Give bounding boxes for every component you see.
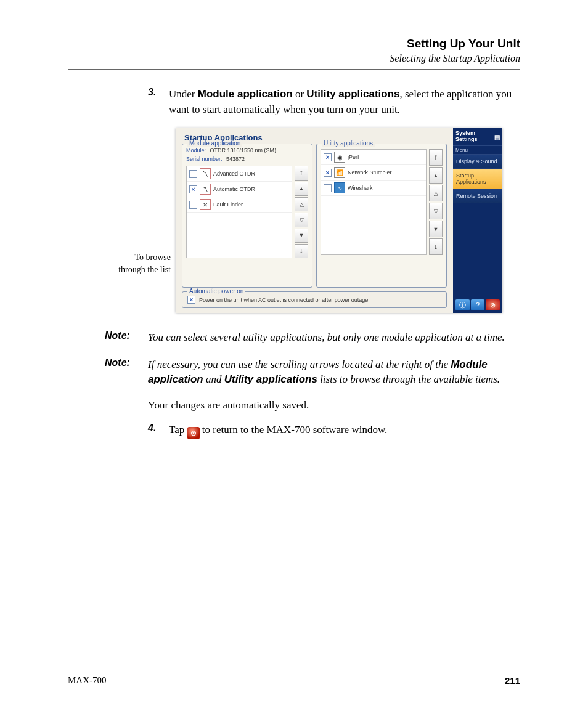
sidebar-item-remote-session[interactable]: Remote Session (453, 189, 502, 203)
auto-power-label: Power on the unit when AC outlet is conn… (199, 297, 368, 303)
checkbox[interactable]: × (189, 185, 197, 193)
sidebar-heading: System Settings (455, 131, 494, 143)
header-rule (68, 69, 520, 70)
footer-product: MAX-700 (68, 675, 107, 686)
automatic-power-on-panel: Automatic power on × Power on the unit w… (182, 291, 447, 308)
module-application-panel: Module application Module: OTDR 1310/155… (182, 144, 312, 288)
note-text: If necessary, you can use the scrolling … (148, 357, 520, 387)
scroll-top-button[interactable]: ⤒ (429, 149, 443, 166)
scroll-up-button[interactable]: △ (429, 185, 443, 201)
note-1: Note: You can select several utility app… (105, 330, 520, 345)
note-label: Note: (105, 357, 148, 387)
scroll-up-button[interactable]: △ (295, 197, 308, 211)
module-info: Module: OTDR 1310/1550 nm (SM) Serial nu… (186, 147, 308, 163)
checkbox[interactable]: × (324, 153, 332, 161)
step-3: 3. Under Module application or Utility a… (148, 87, 520, 117)
sidebar: System Settings ▤ Menu Display & Sound S… (453, 128, 502, 313)
scroll-bottom-button[interactable]: ⤓ (429, 238, 443, 255)
note-label: Note: (105, 330, 148, 345)
scroll-pageup-button[interactable]: ▲ (429, 167, 443, 184)
scroll-pagedown-button[interactable]: ▼ (295, 229, 308, 243)
step-text: Tap ⊗ to return to the MAX-700 software … (169, 423, 387, 440)
utility-applications-panel: Utility applications × ◉ jPerf × (316, 144, 447, 288)
checkbox[interactable] (189, 170, 197, 178)
sidebar-item-display-sound[interactable]: Display & Sound (453, 155, 502, 169)
scroll-down-button[interactable]: ▽ (295, 213, 308, 227)
checkbox[interactable]: × (187, 296, 195, 304)
wireshark-icon: ∿ (334, 182, 345, 193)
help-button[interactable]: ? (471, 299, 485, 310)
antenna-icon: 📶 (334, 167, 345, 178)
footer-page-number: 211 (505, 675, 520, 686)
otdr-icon: 〽 (200, 184, 211, 195)
auto-power-legend: Automatic power on (187, 288, 245, 294)
startup-applications-window: Startup Applications Module application … (176, 128, 502, 313)
jperf-icon: ◉ (334, 152, 345, 163)
scroll-bottom-button[interactable]: ⤓ (295, 244, 308, 258)
step-number: 4. (148, 423, 169, 440)
step-4: 4. Tap ⊗ to return to the MAX-700 softwa… (148, 423, 520, 440)
list-item[interactable]: × 📶 Network Stumbler (321, 165, 426, 181)
callout-text: To browse through the list (68, 128, 176, 313)
close-button[interactable]: ⊗ (486, 299, 500, 310)
device-icon: ▤ (494, 134, 500, 140)
autosave-note: Your changes are automatically saved. (148, 399, 520, 412)
scroll-pagedown-button[interactable]: ▼ (429, 221, 443, 237)
page-header-subtitle: Selecting the Startup Application (68, 53, 520, 64)
step-text: Under Module application or Utility appl… (169, 87, 520, 117)
scroll-top-button[interactable]: ⤒ (295, 166, 308, 180)
list-item[interactable]: ✕ Fault Finder (187, 197, 292, 213)
checkbox[interactable] (324, 184, 332, 192)
fault-icon: ✕ (200, 199, 211, 210)
page-header-title: Setting Up Your Unit (68, 37, 520, 51)
list-item[interactable]: × ◉ jPerf (321, 150, 426, 165)
sidebar-menu-label: Menu (453, 146, 502, 155)
close-icon: ⊗ (187, 427, 200, 439)
scroll-controls: ⤒ ▲ △ ▽ ▼ ⤓ (429, 149, 443, 255)
list-item[interactable]: 〽 Advanced OTDR (187, 166, 292, 182)
note-2: Note: If necessary, you can use the scro… (105, 357, 520, 387)
sidebar-item-startup-applications[interactable]: Startup Applications (453, 169, 502, 189)
step-number: 3. (148, 87, 169, 117)
note-text: You can select several utility applicati… (148, 330, 505, 345)
utility-panel-legend: Utility applications (322, 140, 375, 147)
scroll-controls: ⤒ ▲ △ ▽ ▼ ⤓ (295, 166, 308, 258)
module-app-list: 〽 Advanced OTDR × 〽 Automatic OTDR (186, 166, 292, 258)
checkbox[interactable] (189, 201, 197, 209)
list-item[interactable]: × 〽 Automatic OTDR (187, 182, 292, 197)
scroll-down-button[interactable]: ▽ (429, 203, 443, 219)
utility-app-list: × ◉ jPerf × 📶 Network Stumbler (321, 149, 427, 255)
checkbox[interactable]: × (324, 169, 332, 177)
scroll-pageup-button[interactable]: ▲ (295, 182, 308, 196)
otdr-icon: 〽 (200, 168, 211, 179)
info-button[interactable]: ⓘ (455, 299, 470, 310)
module-panel-legend: Module application (187, 140, 242, 147)
list-item[interactable]: ∿ Wireshark (321, 181, 426, 196)
